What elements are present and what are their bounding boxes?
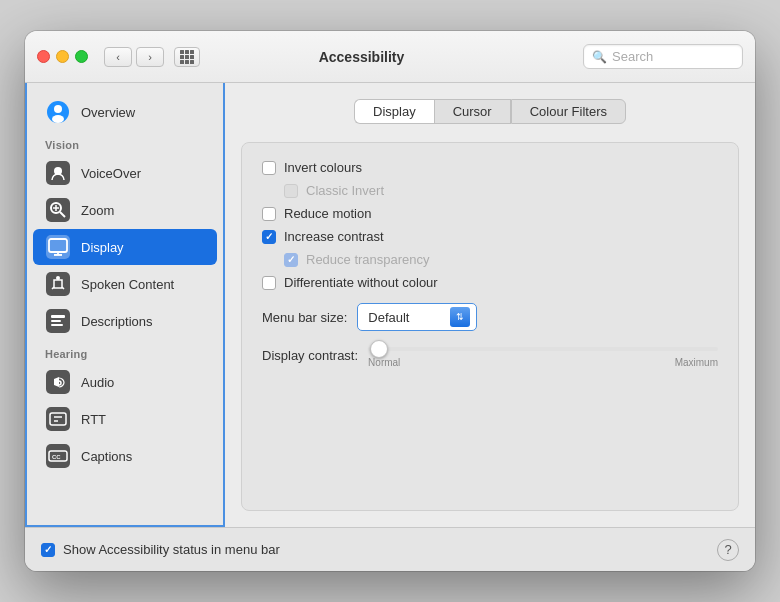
svg-point-1	[54, 105, 62, 113]
sidebar-item-voiceover-label: VoiceOver	[81, 166, 141, 181]
invert-colours-label: Invert colours	[284, 160, 362, 175]
sidebar-item-captions-label: Captions	[81, 449, 132, 464]
svg-rect-5	[46, 198, 70, 222]
reduce-transparency-label: Reduce transparency	[306, 252, 430, 267]
display-icon	[45, 234, 71, 260]
vision-section-header: Vision	[27, 131, 223, 154]
sidebar-item-voiceover[interactable]: VoiceOver	[33, 155, 217, 191]
hearing-section-header: Hearing	[27, 340, 223, 363]
maximize-button[interactable]	[75, 50, 88, 63]
classic-invert-row: Classic Invert	[262, 182, 718, 199]
menu-bar-size-select[interactable]: Default ⇅	[357, 303, 477, 331]
sidebar: Overview Vision VoiceOver Zoom	[25, 83, 225, 527]
reduce-motion-checkbox[interactable]	[262, 207, 276, 221]
sidebar-item-rtt[interactable]: RTT	[33, 401, 217, 437]
reduce-transparency-row: Reduce transparency	[262, 251, 718, 268]
reduce-transparency-checkbox[interactable]	[284, 253, 298, 267]
sidebar-item-zoom[interactable]: Zoom	[33, 192, 217, 228]
spoken-icon	[45, 271, 71, 297]
svg-point-2	[52, 115, 64, 123]
titlebar: ‹ › Accessibility 🔍	[25, 31, 755, 83]
sidebar-item-spoken-content-label: Spoken Content	[81, 277, 174, 292]
display-contrast-slider-container: Normal Maximum	[368, 343, 718, 368]
svg-rect-18	[51, 320, 61, 322]
tab-bar: Display Cursor Colour Filters	[241, 99, 739, 124]
sidebar-item-display-label: Display	[81, 240, 124, 255]
svg-point-15	[56, 276, 60, 280]
invert-colours-checkbox[interactable]	[262, 161, 276, 175]
svg-text:CC: CC	[52, 454, 61, 460]
sidebar-item-descriptions[interactable]: Descriptions	[33, 303, 217, 339]
increase-contrast-row: Increase contrast	[262, 228, 718, 245]
increase-contrast-checkbox[interactable]	[262, 230, 276, 244]
increase-contrast-label: Increase contrast	[284, 229, 384, 244]
sidebar-item-rtt-label: RTT	[81, 412, 106, 427]
sidebar-item-captions[interactable]: CC Captions	[33, 438, 217, 474]
classic-invert-checkbox[interactable]	[284, 184, 298, 198]
differentiate-checkbox[interactable]	[262, 276, 276, 290]
svg-rect-14	[46, 272, 70, 296]
close-button[interactable]	[37, 50, 50, 63]
search-box[interactable]: 🔍	[583, 44, 743, 69]
menu-bar-size-row: Menu bar size: Default ⇅	[262, 303, 718, 331]
display-contrast-thumb[interactable]	[370, 340, 388, 358]
show-accessibility-status-label: Show Accessibility status in menu bar	[63, 542, 709, 557]
sidebar-item-audio-label: Audio	[81, 375, 114, 390]
tab-display[interactable]: Display	[354, 99, 434, 124]
accessibility-window: ‹ › Accessibility 🔍 Overview	[25, 31, 755, 571]
slider-min-label: Normal	[368, 357, 400, 368]
display-contrast-track[interactable]	[368, 347, 718, 351]
sidebar-item-spoken-content[interactable]: Spoken Content	[33, 266, 217, 302]
search-icon: 🔍	[592, 50, 607, 64]
differentiate-label: Differentiate without colour	[284, 275, 438, 290]
sidebar-item-overview[interactable]: Overview	[33, 94, 217, 130]
minimize-button[interactable]	[56, 50, 69, 63]
main-body: Overview Vision VoiceOver Zoom	[25, 83, 755, 527]
sidebar-item-descriptions-label: Descriptions	[81, 314, 153, 329]
differentiate-row: Differentiate without colour	[262, 274, 718, 291]
show-accessibility-status-checkbox[interactable]	[41, 543, 55, 557]
sidebar-item-audio[interactable]: Audio	[33, 364, 217, 400]
captions-icon: CC	[45, 443, 71, 469]
tab-cursor[interactable]: Cursor	[434, 99, 511, 124]
classic-invert-label: Classic Invert	[306, 183, 384, 198]
select-arrow-icon: ⇅	[450, 307, 470, 327]
traffic-lights	[37, 50, 88, 63]
sidebar-item-display[interactable]: Display	[33, 229, 217, 265]
svg-rect-19	[51, 324, 63, 326]
invert-colours-row: Invert colours	[262, 159, 718, 176]
help-button[interactable]: ?	[717, 539, 739, 561]
bottom-bar: Show Accessibility status in menu bar ?	[25, 527, 755, 571]
svg-rect-17	[51, 315, 65, 318]
menu-bar-size-label: Menu bar size:	[262, 310, 347, 325]
sidebar-item-zoom-label: Zoom	[81, 203, 114, 218]
audio-icon	[45, 369, 71, 395]
window-title: Accessibility	[150, 49, 573, 65]
voiceover-icon	[45, 160, 71, 186]
menu-bar-size-value: Default	[368, 310, 444, 325]
back-button[interactable]: ‹	[104, 47, 132, 67]
reduce-motion-label: Reduce motion	[284, 206, 371, 221]
slider-max-label: Maximum	[675, 357, 718, 368]
descriptions-icon	[45, 308, 71, 334]
sidebar-item-overview-label: Overview	[81, 105, 135, 120]
search-input[interactable]	[612, 49, 734, 64]
zoom-icon	[45, 197, 71, 223]
display-contrast-row: Display contrast: Normal Maximum	[262, 343, 718, 368]
tab-colour-filters[interactable]: Colour Filters	[511, 99, 626, 124]
person-icon	[45, 99, 71, 125]
content-area: Display Cursor Colour Filters Invert col…	[225, 83, 755, 527]
options-panel: Invert colours Classic Invert Reduce mot…	[241, 142, 739, 511]
display-contrast-label: Display contrast:	[262, 348, 358, 363]
reduce-motion-row: Reduce motion	[262, 205, 718, 222]
rtt-icon	[45, 406, 71, 432]
